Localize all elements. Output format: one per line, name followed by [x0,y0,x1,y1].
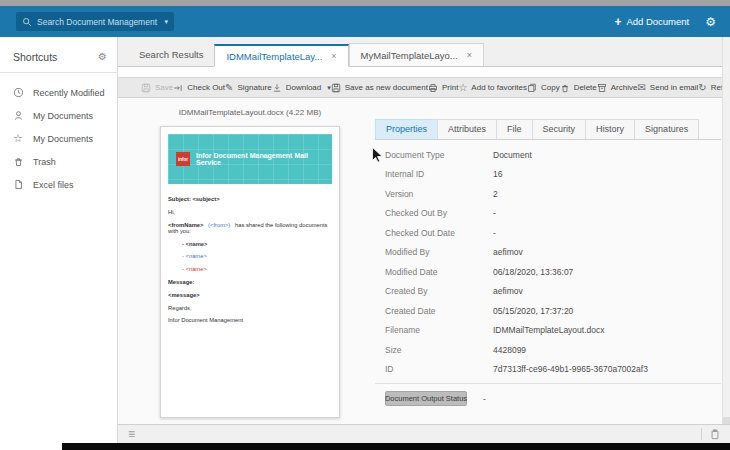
sidebar-item-label: Trash [33,157,56,167]
download-button[interactable]: Download ▾ [272,83,331,93]
floppy-icon [141,83,151,93]
copy-button[interactable]: Copy [527,83,560,93]
mail-doc-name: - <name> [182,241,332,247]
star-icon: ☆ [458,83,467,93]
property-value: IDMMailTemplateLayout.docx [493,325,605,335]
property-value: 2 [493,189,498,199]
tab-signatures[interactable]: Signatures [634,119,699,139]
close-icon[interactable]: × [331,52,336,61]
app-header: ▾ + Add Document ⚙ [0,6,730,37]
property-label: Size [375,345,493,355]
hamburger-menu-icon[interactable]: ≡ [128,428,135,440]
sidebar-item-recently-modified[interactable]: Recently Modified [0,81,117,104]
star-icon: ☆ [12,133,24,144]
shortcuts-title: Shortcuts [13,51,98,63]
vertical-scrollbar[interactable] [722,37,730,424]
tab-label: MyMailTemplateLayo... [361,50,458,61]
sidebar-divider [0,72,117,73]
settings-gear-icon[interactable]: ⚙ [705,16,716,28]
plus-icon: + [614,16,621,28]
mail-subject-line: Subject: <subject> [168,196,332,202]
add-document-button[interactable]: + Add Document [614,16,689,28]
refresh-icon: ↻ [698,83,706,93]
property-value: 06/18/2020, 13:36:07 [493,267,573,277]
property-label: Filename [375,325,493,335]
toolbar-label: Save [155,83,173,92]
property-row: Checked Out By - [375,204,721,224]
property-row: Size 4428099 [375,340,721,360]
envelope-icon: ✉ [637,83,645,93]
infor-logo: infor [176,152,190,166]
tab-properties[interactable]: Properties [375,119,438,139]
sidebar-item-label: Recently Modified [33,88,105,98]
tab-search-results[interactable]: Search Results [128,43,214,66]
sidebar-item-trash[interactable]: Trash [0,150,117,173]
sidebar-item-my-documents[interactable]: My Documents [0,104,117,127]
property-row: Document Type Document [375,145,721,165]
tab-history[interactable]: History [585,119,635,139]
toolbar-label: Add to favorites [471,83,527,92]
document-view: IDMMailTemplateLayout.docx (4.22 MB) inf… [118,99,730,424]
toolbar-label: Delete [574,83,597,92]
property-label: Modified By [375,247,493,257]
check-out-button[interactable]: Check Out [173,83,225,93]
toolbar-label: Print [442,83,458,92]
close-icon[interactable]: × [467,51,472,60]
printer-icon [428,83,438,93]
property-value: - [493,208,496,218]
tab-mymailtemplatelayout[interactable]: MyMailTemplateLayo... × [349,43,484,66]
clipboard-icon[interactable] [710,429,720,440]
send-in-email-button[interactable]: ✉ Send in email [637,83,698,93]
pencil-icon: ✎ [225,83,233,93]
status-divider [375,383,721,384]
toolbar-label: Copy [541,83,560,92]
archive-button[interactable]: Archive [597,83,638,93]
toolbar-label: Archive [611,83,638,92]
add-to-favorites-button[interactable]: ☆ Add to favorites [458,83,527,93]
tab-security[interactable]: Security [532,119,587,139]
search-input[interactable] [37,17,159,27]
details-tabbar: Properties Attributes File Security Hist… [375,119,721,140]
mail-message-placeholder: <message> [168,292,332,298]
tab-file[interactable]: File [496,119,533,139]
property-value: 16 [493,169,502,179]
details-panel: Properties Attributes File Security Hist… [375,119,721,406]
tab-idmmailtemplatelayout[interactable]: IDMMailTemplateLay... × [214,44,348,67]
search-combobox[interactable]: ▾ [16,12,174,31]
shortcuts-gear-icon[interactable]: ⚙ [98,52,107,62]
print-button[interactable]: Print [428,83,458,93]
sidebar-item-my-documents-starred[interactable]: ☆ My Documents [0,127,117,150]
sidebar-item-label: My Documents [33,134,93,144]
delete-button[interactable]: Delete [560,83,597,93]
search-icon [22,17,32,27]
copy-icon [527,83,537,93]
property-row: Version 2 [375,184,721,204]
document-toolbar: Save Check Out ✎ Signature Download ▾ Sa… [118,77,730,98]
property-value: Document [493,150,532,160]
search-chevron-down-icon[interactable]: ▾ [164,18,168,25]
sidebar-item-label: My Documents [33,111,93,121]
property-label: Checked Out Date [375,228,493,238]
property-value: aefimov [493,286,523,296]
property-row: Internal ID 16 [375,165,721,185]
save-as-new-document-button[interactable]: Save as new document [331,83,428,93]
signature-button[interactable]: ✎ Signature [225,83,272,93]
property-value: 7d7313ff-ce96-49b1-9965-3670a7002af3 [493,364,648,374]
sidebar-item-excel-files[interactable]: Excel files [0,173,117,196]
property-value: 4428099 [493,345,526,355]
document-output-status-button[interactable]: Document Output Status [385,391,467,406]
clock-icon [12,87,24,98]
property-row: Created By aefimov [375,282,721,302]
tab-label: Search Results [139,49,203,60]
toolbar-label: Signature [237,83,271,92]
shortcuts-sidebar: Shortcuts ⚙ Recently Modified My Documen… [0,37,118,443]
mail-regards: Regards, [168,305,332,311]
mail-signature: Infor Document Management [168,317,332,323]
footer-divider [701,428,702,440]
mail-message-label: Message: [168,279,332,285]
property-label: Version [375,189,493,199]
scrollbar-button[interactable] [723,417,730,424]
download-icon [272,83,282,93]
tab-attributes[interactable]: Attributes [437,119,497,139]
document-tabbar: Search Results IDMMailTemplateLay... × M… [118,37,730,67]
